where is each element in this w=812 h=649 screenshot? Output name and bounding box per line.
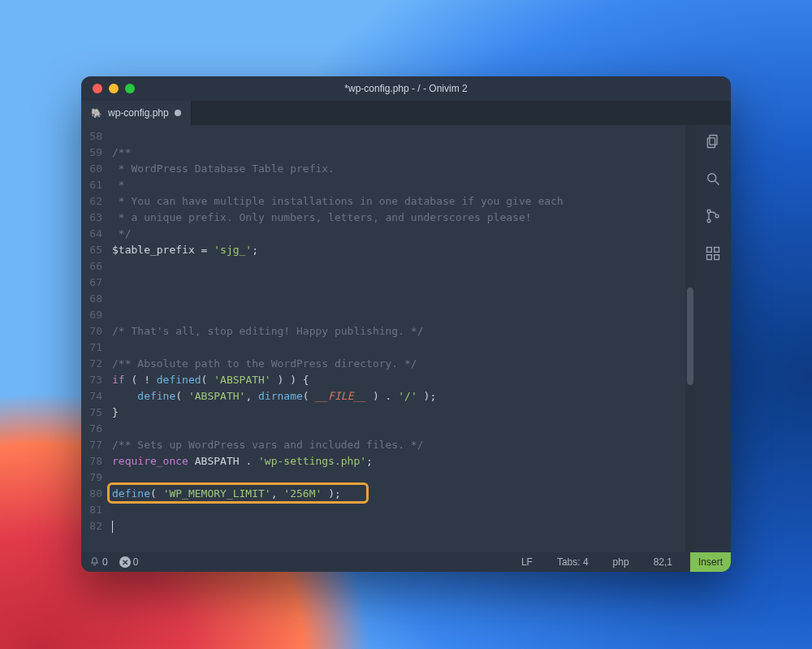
line-number: 79: [81, 469, 102, 486]
modified-indicator-icon: [175, 110, 181, 116]
line-number: 62: [81, 193, 102, 210]
code-line[interactable]: [112, 291, 677, 307]
line-number: 64: [81, 226, 102, 242]
tab-bar: 🐘 wp-config.php: [81, 101, 731, 125]
tab-wp-config[interactable]: 🐘 wp-config.php: [81, 101, 192, 125]
line-number: 58: [81, 128, 102, 145]
status-mode: Insert: [690, 552, 731, 572]
status-eol[interactable]: LF: [515, 556, 539, 568]
code-line[interactable]: [112, 469, 677, 486]
notifications-button[interactable]: 0: [89, 556, 108, 568]
svg-point-2: [708, 174, 716, 182]
code-line[interactable]: [112, 518, 677, 534]
extensions-icon[interactable]: [705, 245, 721, 265]
line-number: 68: [81, 291, 102, 307]
status-position[interactable]: 82,1: [647, 556, 679, 568]
line-number: 66: [81, 258, 102, 275]
window-body: 5859606162636465666768697071727374757677…: [81, 125, 731, 552]
code-line[interactable]: define( 'WP_MEMORY_LIMIT', '256M' );: [112, 486, 677, 502]
line-number: 59: [81, 145, 102, 161]
code-line[interactable]: $table_prefix = 'sjg_';: [112, 242, 677, 258]
line-number: 75: [81, 405, 102, 421]
line-number: 73: [81, 372, 102, 388]
svg-rect-1: [707, 138, 715, 148]
code-line[interactable]: }: [112, 405, 677, 421]
svg-rect-9: [707, 255, 712, 260]
code-line[interactable]: if ( ! defined( 'ABSPATH' ) ) {: [112, 372, 677, 388]
line-number: 82: [81, 518, 102, 534]
status-indent[interactable]: Tabs: 4: [551, 556, 595, 568]
window-title: *wp-config.php - / - Onivim 2: [81, 83, 731, 94]
svg-point-4: [707, 210, 710, 213]
code-line[interactable]: /** Absolute path to the WordPress direc…: [112, 356, 677, 372]
tab-filename: wp-config.php: [108, 107, 169, 119]
code-line[interactable]: * You can have multiple installations in…: [112, 193, 677, 210]
svg-rect-0: [710, 136, 717, 145]
vertical-scrollbar[interactable]: [685, 125, 695, 552]
code-area[interactable]: /** * WordPress Database Table prefix. *…: [109, 125, 685, 552]
files-icon[interactable]: [705, 133, 721, 153]
line-number: 63: [81, 210, 102, 226]
code-line[interactable]: * WordPress Database Table prefix.: [112, 161, 677, 177]
svg-rect-8: [715, 248, 719, 253]
line-number: 61: [81, 177, 102, 193]
git-icon[interactable]: [705, 208, 721, 227]
line-number: 67: [81, 275, 102, 291]
svg-rect-10: [715, 255, 719, 260]
code-line[interactable]: define( 'ABSPATH', dirname( __FILE__ ) .…: [112, 388, 677, 405]
status-language[interactable]: php: [607, 556, 636, 568]
code-line[interactable]: [112, 128, 677, 145]
status-bar: 0 ✕0 LF Tabs: 4 php 82,1 Insert: [81, 552, 731, 572]
activity-bar: [695, 125, 731, 552]
line-number: 78: [81, 453, 102, 469]
svg-point-6: [715, 214, 719, 218]
line-number: 60: [81, 161, 102, 177]
code-line[interactable]: /* That's all, stop editing! Happy publi…: [112, 323, 677, 340]
line-number: 81: [81, 502, 102, 518]
code-line[interactable]: require_once ABSPATH . 'wp-settings.php'…: [112, 453, 677, 469]
errors-count: 0: [133, 556, 139, 568]
code-line[interactable]: [112, 340, 677, 356]
code-line[interactable]: *: [112, 177, 677, 193]
notifications-count: 0: [102, 556, 108, 568]
code-line[interactable]: [112, 258, 677, 275]
code-line[interactable]: [112, 502, 677, 518]
php-file-icon: 🐘: [91, 108, 102, 119]
svg-rect-7: [707, 248, 712, 253]
code-line[interactable]: * a unique prefix. Only numbers, letters…: [112, 210, 677, 226]
scrollbar-thumb[interactable]: [687, 288, 693, 385]
code-line[interactable]: [112, 307, 677, 323]
line-number: 70: [81, 323, 102, 340]
line-number: 65: [81, 242, 102, 258]
line-number: 72: [81, 356, 102, 372]
line-number: 80: [81, 486, 102, 502]
code-line[interactable]: */: [112, 226, 677, 242]
code-line[interactable]: /**: [112, 145, 677, 161]
editor-window: *wp-config.php - / - Onivim 2 🐘 wp-confi…: [81, 76, 731, 572]
line-number: 74: [81, 388, 102, 405]
error-icon: ✕: [119, 556, 131, 568]
line-number-gutter: 5859606162636465666768697071727374757677…: [81, 125, 109, 552]
code-line[interactable]: [112, 275, 677, 291]
line-number: 76: [81, 421, 102, 437]
errors-button[interactable]: ✕0: [119, 556, 139, 569]
line-number: 77: [81, 437, 102, 453]
code-line[interactable]: [112, 421, 677, 437]
line-number: 69: [81, 307, 102, 323]
code-editor[interactable]: 5859606162636465666768697071727374757677…: [81, 125, 695, 552]
svg-line-3: [715, 181, 719, 185]
svg-point-5: [707, 219, 710, 223]
code-line[interactable]: /** Sets up WordPress vars and included …: [112, 437, 677, 453]
search-icon[interactable]: [705, 171, 721, 190]
line-number: 71: [81, 340, 102, 356]
window-titlebar[interactable]: *wp-config.php - / - Onivim 2: [81, 76, 731, 101]
